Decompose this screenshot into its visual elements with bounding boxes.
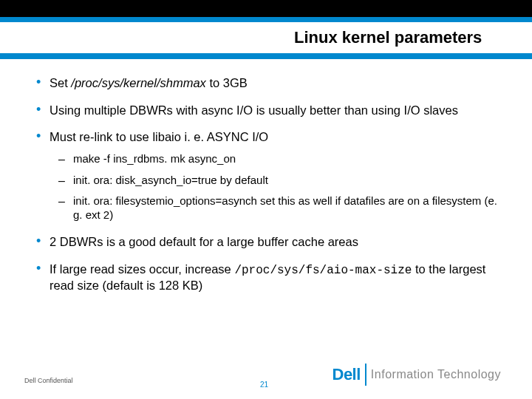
sub-bullet-list: make -f ins_rdbms. mk async_on init. ora… (50, 152, 499, 222)
footer: Dell Confidential 21 Dell Information Te… (0, 361, 532, 390)
header-black-bar (0, 0, 532, 17)
italic-path: /proc/sys/kernel/shmmax (71, 76, 205, 89)
page-number: 21 (260, 381, 268, 389)
bullet-list: Set /proc/sys/kernel/shmmax to 3GB Using… (33, 75, 499, 293)
bullet-item: Using multiple DBWRs with async I/O is u… (33, 103, 499, 118)
text: to 3GB (206, 76, 248, 89)
mono-path: /proc/sys/fs/aio-max-size (234, 264, 412, 277)
sub-bullet-item: init. ora: disk_asynch_io=true by defaul… (55, 174, 499, 188)
text: Set (50, 76, 71, 89)
dell-logo: Dell (332, 365, 361, 384)
bullet-item: Must re-link to use libaio i. e. ASYNC I… (33, 129, 499, 222)
sub-bullet-item: make -f ins_rdbms. mk async_on (55, 152, 499, 166)
text: If large read sizes occur, increase (50, 262, 234, 276)
bullet-item: Set /proc/sys/kernel/shmmax to 3GB (33, 75, 499, 91)
header-band: Linux kernel parameters (0, 0, 532, 59)
confidential-label: Dell Confidential (24, 377, 73, 384)
sub-bullet-item: init. ora: filesystemio_options=asynch s… (55, 194, 499, 222)
bullet-item: If large read sizes occur, increase /pro… (33, 262, 499, 293)
brand-separator-icon (365, 364, 366, 386)
brand-block: Dell Information Technology (332, 364, 502, 386)
text: Must re-link to use libaio i. e. ASYNC I… (50, 130, 268, 143)
slide-content: Set /proc/sys/kernel/shmmax to 3GB Using… (0, 59, 532, 293)
page-title: Linux kernel parameters (0, 22, 532, 53)
brand-subtitle: Information Technology (371, 368, 501, 381)
bullet-item: 2 DBWRs is a good default for a large bu… (33, 234, 499, 250)
